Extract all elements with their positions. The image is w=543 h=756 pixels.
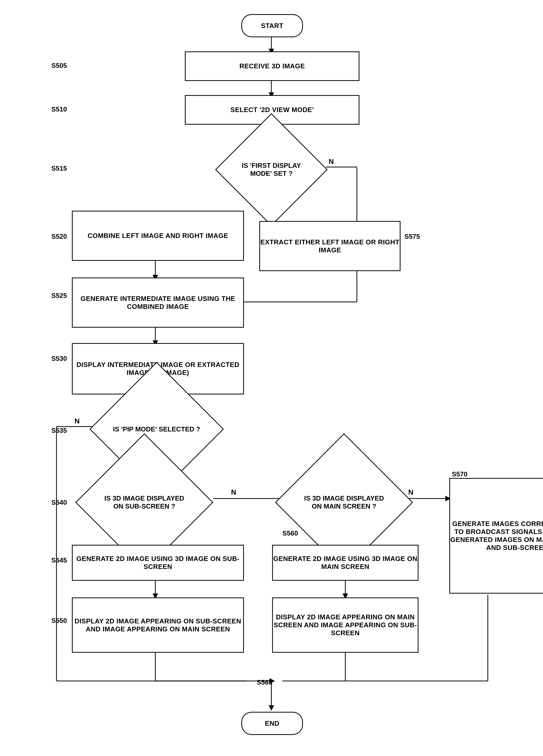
- s520-text: COMBINE LEFT IMAGE AND RIGHT IMAGE: [88, 232, 228, 240]
- s550-node: DISPLAY 2D IMAGE APPEARING ON SUB-SCREEN…: [72, 597, 244, 653]
- end-node: END: [241, 712, 303, 735]
- s565-text: DISPLAY 2D IMAGE APPEARING ON MAIN SCREE…: [273, 613, 418, 637]
- s540-text: IS 3D IMAGE DISPLAYED ON SUB-SCREEN ?: [96, 454, 192, 550]
- s530-label: S530: [51, 355, 67, 363]
- s545-label: S545: [51, 556, 67, 564]
- s560-text: GENERATE 2D IMAGE USING 3D IMAGE ON MAIN…: [273, 555, 418, 571]
- end-label: END: [265, 720, 279, 727]
- s515-label: S515: [51, 164, 67, 172]
- s550-text: DISPLAY 2D IMAGE APPEARING ON SUB-SCREEN…: [73, 617, 243, 633]
- s520-node: COMBINE LEFT IMAGE AND RIGHT IMAGE: [72, 211, 244, 261]
- start-label: START: [261, 22, 283, 30]
- s525-text: GENERATE INTERMEDIATE IMAGE USING THE CO…: [73, 295, 243, 311]
- s510-text: SELECT '2D VIEW MODE': [231, 106, 314, 114]
- s555-text: IS 3D IMAGE DISPLAYED ON MAIN SCREEN ?: [296, 454, 392, 550]
- diagram: Y N N Y N: [0, 0, 543, 756]
- s505-label: S505: [51, 62, 67, 70]
- s525-node: GENERATE INTERMEDIATE IMAGE USING THE CO…: [72, 278, 244, 328]
- s570-node: GENERATE IMAGES CORRESPONDING TO BROADCA…: [449, 478, 543, 594]
- s515-text: IS 'FIRST DISPLAY MODE' SET ?: [232, 131, 310, 209]
- s570-text: GENERATE IMAGES CORRESPONDING TO BROADCA…: [450, 520, 543, 552]
- s570-label: S570: [452, 470, 467, 478]
- s520-label: S520: [51, 233, 67, 241]
- s540-label: S540: [51, 499, 67, 506]
- s565-label: S565: [257, 678, 272, 686]
- s545-node: GENERATE 2D IMAGE USING 3D IMAGE ON SUB-…: [72, 545, 244, 581]
- svg-text:N: N: [231, 488, 236, 496]
- s505-text: RECEIVE 3D IMAGE: [239, 62, 305, 70]
- s560-node: GENERATE 2D IMAGE USING 3D IMAGE ON MAIN…: [272, 545, 418, 581]
- start-node: START: [241, 14, 303, 37]
- s575-node: EXTRACT EITHER LEFT IMAGE OR RIGHT IMAGE: [259, 221, 400, 271]
- s575-label: S575: [404, 233, 420, 241]
- s510-label: S510: [51, 105, 67, 113]
- s525-label: S525: [51, 292, 67, 300]
- s545-text: GENERATE 2D IMAGE USING 3D IMAGE ON SUB-…: [73, 555, 243, 571]
- s565-node: DISPLAY 2D IMAGE APPEARING ON MAIN SCREE…: [272, 597, 418, 653]
- s505-node: RECEIVE 3D IMAGE: [185, 51, 359, 81]
- s535-label: S535: [51, 427, 67, 435]
- svg-marker-51: [269, 705, 274, 711]
- svg-text:N: N: [74, 417, 80, 425]
- s560-label: S560: [282, 529, 298, 537]
- s550-label: S550: [51, 617, 67, 625]
- s575-text: EXTRACT EITHER LEFT IMAGE OR RIGHT IMAGE: [260, 238, 400, 254]
- s515-diamond: IS 'FIRST DISPLAY MODE' SET ?: [215, 113, 327, 226]
